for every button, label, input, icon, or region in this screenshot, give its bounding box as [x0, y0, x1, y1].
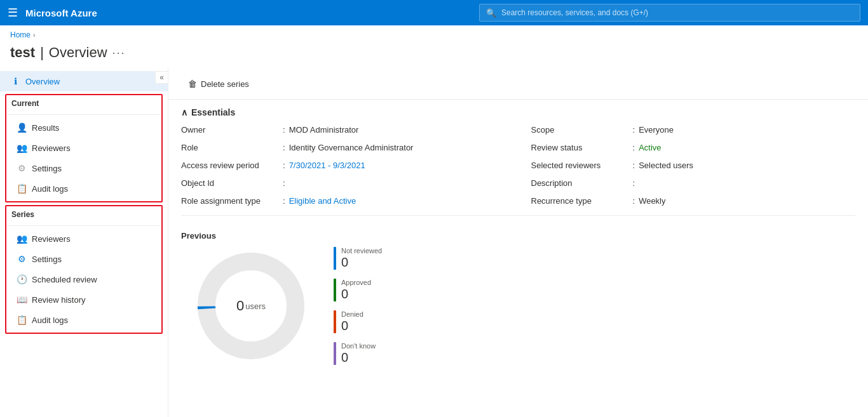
essentials-row-scope: Scope : Everyone: [531, 125, 856, 139]
delete-icon: 🗑: [188, 79, 197, 89]
sidebar-series-section: Series 👥 Reviewers ⚙ Settings 🕐 Schedule…: [5, 205, 163, 334]
main-layout: « ℹ Overview Current 👤 Results 👥 Reviewe…: [0, 69, 868, 417]
legend-value-not-reviewed: 0: [341, 256, 382, 268]
sidebar-item-settings-current[interactable]: ⚙ Settings: [6, 158, 161, 178]
essentials-row-role: Role : Identity Governance Administrator: [181, 143, 506, 157]
legend-content-approved: Approved 0: [341, 279, 371, 300]
sidebar-item-audit-logs-series[interactable]: 📋 Audit logs: [6, 310, 161, 330]
page-more-options[interactable]: ···: [112, 46, 126, 60]
brand-name: Microsoft Azure: [25, 8, 97, 18]
sidebar-item-scheduled-review-label: Scheduled review: [32, 275, 97, 284]
sidebar: « ℹ Overview Current 👤 Results 👥 Reviewe…: [0, 69, 168, 417]
essentials-row-access-review-period: Access review period : 7/30/2021 - 9/3/2…: [181, 161, 506, 175]
essentials-key-review-status: Review status: [531, 143, 633, 152]
breadcrumb-separator: ›: [33, 32, 35, 39]
essentials-row-role-assignment-type: Role assignment type : Eligible and Acti…: [181, 196, 506, 210]
essentials-header[interactable]: ∧ Essentials: [181, 107, 855, 117]
donut-label: 0 users: [236, 298, 266, 314]
page-title-row: test | Overview ···: [0, 42, 868, 69]
essentials-right-col: Scope : Everyone Review status : Active …: [531, 125, 856, 210]
essentials-key-scope: Scope: [531, 125, 633, 135]
page-title-separator: |: [40, 44, 44, 61]
people-icon: 👥: [17, 143, 27, 153]
gear-icon-series: ⚙: [17, 254, 27, 264]
essentials-divider: [181, 215, 855, 216]
essentials-key-description: Description: [531, 178, 633, 188]
sidebar-item-review-history[interactable]: 📖 Previous Review history: [6, 289, 161, 310]
legend-content-dont-know: Don't know 0: [341, 342, 376, 364]
essentials-chevron-icon: ∧: [181, 107, 187, 117]
legend-bar-denied: [334, 310, 336, 333]
chart-legend: Not reviewed 0 Approved 0: [334, 247, 382, 365]
person-icon: 👤: [17, 122, 27, 133]
content-toolbar: 🗑 Delete series: [168, 69, 868, 100]
essentials-val-access-review-period[interactable]: 7/30/2021 - 9/3/2021: [289, 161, 365, 170]
donut-center-num: 0: [236, 298, 244, 314]
info-icon: ℹ: [10, 76, 20, 86]
essentials-row-review-status: Review status : Active: [531, 143, 856, 157]
legend-item-approved: Approved 0: [334, 279, 382, 301]
sidebar-item-results[interactable]: 👤 Results: [6, 117, 161, 138]
essentials-section: ∧ Essentials Owner : MOD Administrator R…: [168, 100, 868, 231]
essentials-key-role-assignment-type: Role assignment type: [181, 196, 283, 206]
hamburger-icon[interactable]: ☰: [8, 6, 18, 20]
legend-content-denied: Denied 0: [341, 310, 363, 332]
sidebar-item-settings-current-label: Settings: [32, 164, 62, 173]
sidebar-item-settings-series[interactable]: ⚙ Settings: [6, 249, 161, 269]
legend-item-not-reviewed: Not reviewed 0: [334, 247, 382, 270]
series-section-label: Series: [6, 209, 161, 223]
topnav: ☰ Microsoft Azure 🔍 Search resources, se…: [0, 0, 868, 25]
essentials-val-recurrence-type: Weekly: [639, 196, 665, 206]
sidebar-item-overview[interactable]: ℹ Overview: [0, 71, 168, 91]
legend-value-denied: 0: [341, 319, 363, 332]
essentials-row-owner: Owner : MOD Administrator: [181, 125, 506, 139]
essentials-key-recurrence-type: Recurrence type: [531, 196, 633, 206]
essentials-key-selected-reviewers: Selected reviewers: [531, 161, 633, 170]
legend-content-not-reviewed: Not reviewed 0: [341, 247, 382, 268]
donut-chart: 0 users: [194, 249, 308, 363]
essentials-val-selected-reviewers: Selected users: [639, 161, 693, 170]
breadcrumb: Home ›: [0, 25, 868, 42]
essentials-grid: Owner : MOD Administrator Role : Identit…: [181, 125, 855, 210]
sidebar-collapse-button[interactable]: «: [155, 71, 168, 84]
global-search[interactable]: 🔍 Search resources, services, and docs (…: [479, 4, 860, 22]
breadcrumb-home[interactable]: Home: [10, 30, 31, 39]
note-icon-series: 📋: [17, 315, 27, 325]
legend-value-approved: 0: [341, 288, 371, 300]
essentials-val-role-assignment-type[interactable]: Eligible and Active: [289, 196, 356, 206]
sidebar-item-audit-logs-current[interactable]: 📋 Audit logs: [6, 178, 161, 199]
essentials-row-recurrence-type: Recurrence type : Weekly: [531, 196, 856, 210]
sidebar-item-review-history-text: Review history: [32, 295, 86, 305]
sidebar-item-reviewers-series[interactable]: 👥 Reviewers: [6, 228, 161, 249]
page-title-prefix: test: [10, 44, 35, 61]
essentials-key-owner: Owner: [181, 125, 283, 135]
sidebar-current-section: Current 👤 Results 👥 Reviewers ⚙ Settings…: [5, 94, 163, 202]
note-icon-current: 📋: [17, 183, 27, 194]
legend-label-approved: Approved: [341, 279, 371, 286]
gear-icon-current: ⚙: [17, 163, 27, 173]
sidebar-item-overview-label: Overview: [25, 77, 60, 86]
legend-label-not-reviewed: Not reviewed: [341, 247, 382, 255]
sidebar-item-reviewers-series-label: Reviewers: [32, 234, 71, 244]
divider: [6, 114, 161, 115]
previous-label: Previous: [181, 231, 855, 241]
legend-label-dont-know: Don't know: [341, 342, 376, 350]
essentials-key-access-review-period: Access review period: [181, 161, 283, 170]
people-icon-series: 👥: [17, 234, 27, 244]
current-section-label: Current: [6, 98, 161, 112]
sidebar-item-scheduled-review[interactable]: 🕐 Scheduled review: [6, 269, 161, 289]
page-wrapper: Home › test | Overview ··· « ℹ Overview …: [0, 25, 868, 417]
sidebar-item-reviewers-current-label: Reviewers: [32, 143, 71, 153]
book-icon: 📖: [17, 295, 27, 305]
legend-bar-dont-know: [334, 342, 336, 365]
essentials-header-label: Essentials: [191, 107, 235, 117]
essentials-left-col: Owner : MOD Administrator Role : Identit…: [181, 125, 506, 210]
essentials-row-selected-reviewers: Selected reviewers : Selected users: [531, 161, 856, 175]
sidebar-item-reviewers-current[interactable]: 👥 Reviewers: [6, 138, 161, 158]
legend-item-denied: Denied 0: [334, 310, 382, 333]
essentials-row-object-id: Object Id :: [181, 178, 506, 192]
legend-bar-not-reviewed: [334, 247, 336, 270]
sidebar-item-results-label: Results: [32, 123, 59, 133]
sidebar-item-audit-logs-current-label: Audit logs: [32, 184, 68, 194]
delete-series-button[interactable]: 🗑 Delete series: [181, 75, 256, 93]
